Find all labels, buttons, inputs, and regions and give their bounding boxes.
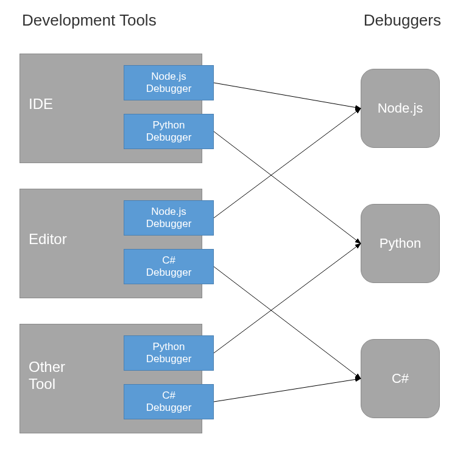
svg-line-1 (214, 83, 361, 108)
debugger-other-csharp: C#Debugger (124, 384, 214, 419)
svg-line-4 (214, 267, 361, 379)
tool-label-editor: Editor (29, 231, 67, 248)
tool-box-other: OtherTool PythonDebugger C#Debugger (19, 324, 202, 433)
debugger-editor-nodejs: Node.jsDebugger (124, 200, 214, 236)
debugger-ide-nodejs: Node.jsDebugger (124, 65, 214, 100)
tool-label-ide: IDE (29, 96, 53, 113)
target-python: Python (361, 204, 440, 283)
debugger-editor-csharp: C#Debugger (124, 249, 214, 284)
debugger-other-python: PythonDebugger (124, 335, 214, 371)
tool-box-editor: Editor Node.jsDebugger C#Debugger (19, 189, 202, 298)
tool-box-ide: IDE Node.jsDebugger PythonDebugger (19, 54, 202, 163)
svg-line-5 (214, 243, 361, 353)
svg-line-6 (214, 379, 361, 402)
header-debuggers: Debuggers (364, 11, 441, 30)
target-nodejs: Node.js (361, 69, 440, 148)
svg-line-2 (214, 131, 361, 243)
tool-label-other: OtherTool (29, 359, 65, 393)
debugger-ide-python: PythonDebugger (124, 114, 214, 149)
target-csharp: C# (361, 339, 440, 418)
header-development-tools: Development Tools (22, 11, 157, 30)
svg-line-3 (214, 108, 361, 218)
